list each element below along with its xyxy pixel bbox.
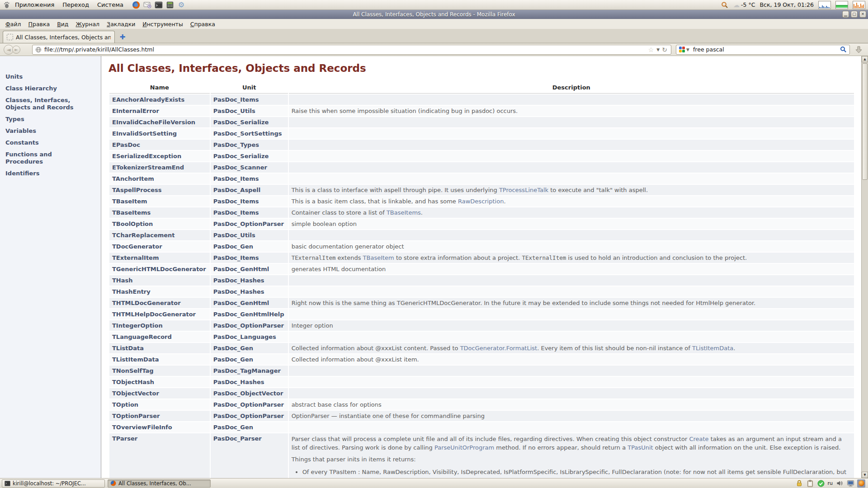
search-bar[interactable]: ▼ free pascal — [676, 45, 850, 55]
sidebar-link[interactable]: Types — [5, 116, 81, 123]
calculator-icon[interactable] — [166, 1, 174, 9]
unit-link[interactable]: PasDoc_Hashes — [211, 377, 288, 387]
sidebar-link[interactable]: Class Hierarchy — [5, 85, 81, 92]
class-link[interactable]: ESerializedException — [109, 151, 210, 161]
unit-link[interactable]: PasDoc_OptionParser — [211, 219, 288, 229]
close-button[interactable]: ✕ — [859, 11, 866, 18]
class-link[interactable]: TCharReplacement — [109, 230, 210, 240]
download-arrow-icon[interactable] — [853, 44, 864, 55]
scroll-down-icon[interactable]: ▼ — [862, 472, 868, 478]
sidebar-link[interactable]: Functions and Procedures — [5, 151, 81, 165]
unit-link[interactable]: PasDoc_TagManager — [211, 366, 288, 376]
class-link[interactable]: TParser — [109, 433, 210, 478]
unit-link[interactable]: PasDoc_Aspell — [211, 185, 288, 195]
description-link[interactable]: RawDescription — [458, 198, 504, 205]
class-link[interactable]: THashEntry — [109, 286, 210, 297]
update-check-icon[interactable] — [817, 479, 825, 488]
display-icon[interactable] — [846, 479, 854, 488]
unit-link[interactable]: PasDoc_Items — [211, 196, 288, 206]
class-link[interactable]: TOptionParser — [109, 411, 210, 421]
clipboard-icon[interactable] — [806, 479, 814, 488]
panel-menu-1[interactable]: Переход — [58, 0, 93, 9]
google-icon[interactable] — [679, 47, 685, 52]
forward-button-icon[interactable]: ► — [12, 46, 20, 54]
class-link[interactable]: TBoolOption — [109, 219, 210, 229]
class-link[interactable]: EInvalidCacheFileVersion — [109, 117, 210, 127]
search-input[interactable]: free pascal — [693, 46, 840, 53]
class-link[interactable]: EInternalError — [109, 106, 210, 116]
network-monitor-graph[interactable] — [853, 1, 865, 9]
minimize-button[interactable]: ▁ — [842, 11, 849, 18]
class-link[interactable]: TObjectVector — [109, 388, 210, 399]
sidebar-link[interactable]: Variables — [5, 127, 81, 135]
unit-link[interactable]: PasDoc_Items — [211, 94, 288, 105]
unit-link[interactable]: PasDoc_Items — [211, 207, 288, 218]
unit-link[interactable]: PasDoc_GenHtml — [211, 298, 288, 308]
menu-2[interactable]: Вид — [53, 21, 72, 28]
description-link[interactable]: TBaseItems — [387, 209, 421, 216]
clock-applet[interactable]: Вск, 19 Окт, 01:26 — [760, 1, 814, 8]
terminal-icon[interactable] — [155, 1, 163, 9]
menu-0[interactable]: Файл — [2, 21, 25, 28]
unit-link[interactable]: PasDoc_OptionParser — [211, 320, 288, 331]
application-tray-icon[interactable] — [857, 479, 865, 488]
gnome-foot-icon[interactable] — [3, 1, 11, 9]
vertical-scrollbar[interactable]: ▲ ▼ — [861, 56, 868, 478]
menu-3[interactable]: Журнал — [72, 21, 103, 28]
unit-link[interactable]: PasDoc_Parser — [211, 433, 288, 478]
scrollbar-thumb[interactable] — [862, 63, 868, 180]
class-link[interactable]: TExternalItem — [109, 253, 210, 263]
class-link[interactable]: TListData — [109, 343, 210, 353]
sidebar-link[interactable]: Constants — [5, 139, 81, 146]
panel-menu-2[interactable]: Система — [93, 0, 127, 9]
class-link[interactable]: TObjectHash — [109, 377, 210, 387]
unit-link[interactable]: PasDoc_OptionParser — [211, 399, 288, 410]
unit-link[interactable]: PasDoc_Gen — [211, 241, 288, 252]
description-link[interactable]: ParseUnitOrProgram — [434, 444, 494, 451]
unit-link[interactable]: PasDoc_Serialize — [211, 117, 288, 127]
taskbar-window-button[interactable]: All Classes, Interfaces, Ob... — [108, 479, 211, 488]
weather-applet[interactable]: ☁ -5 °C — [733, 1, 755, 9]
sidebar-link[interactable]: Identifiers — [5, 170, 81, 177]
unit-link[interactable]: PasDoc_Scanner — [211, 162, 288, 173]
tab-all-classes[interactable]: All Classes, Interfaces, Objects and Re.… — [3, 31, 115, 43]
class-link[interactable]: TIntegerOption — [109, 320, 210, 331]
unit-link[interactable]: PasDoc_Languages — [211, 332, 288, 342]
url-dropdown-icon[interactable]: ▼ — [656, 47, 660, 52]
search-icon[interactable] — [721, 1, 729, 9]
class-link[interactable]: ETokenizerStreamEnd — [109, 162, 210, 173]
unit-link[interactable]: PasDoc_Hashes — [211, 286, 288, 297]
unit-link[interactable]: PasDoc_GenHtml — [211, 264, 288, 274]
unit-link[interactable]: PasDoc_Types — [211, 140, 288, 150]
class-link[interactable]: TAnchorItem — [109, 174, 210, 184]
unit-link[interactable]: PasDoc_Serialize — [211, 151, 288, 161]
description-link[interactable]: TBaseItem — [363, 254, 394, 261]
unit-link[interactable]: PasDoc_ObjectVector — [211, 388, 288, 399]
mail-icon[interactable] — [143, 1, 151, 9]
class-link[interactable]: TGenericHTMLDocGenerator — [109, 264, 210, 274]
taskbar-window-button[interactable]: kirill@localhost: ~/PROJEC... — [2, 479, 105, 488]
description-link[interactable]: TListItemData — [692, 345, 733, 352]
unit-link[interactable]: PasDoc_SortSettings — [211, 128, 288, 139]
scroll-up-icon[interactable]: ▲ — [862, 56, 868, 62]
panel-menu-0[interactable]: Приложения — [11, 0, 58, 9]
unit-link[interactable]: PasDoc_Gen — [211, 343, 288, 353]
class-link[interactable]: EAnchorAlreadyExists — [109, 94, 210, 105]
search-submit-icon[interactable] — [840, 46, 847, 53]
class-link[interactable]: TNonSelfTag — [109, 366, 210, 376]
sidebar-link[interactable]: Units — [5, 73, 81, 80]
unit-link[interactable]: PasDoc_Gen — [211, 354, 288, 365]
description-link[interactable]: TProcessLineTalk — [499, 187, 548, 193]
menu-5[interactable]: Инструменты — [139, 21, 186, 28]
lock-icon[interactable] — [795, 479, 803, 488]
window-titlebar[interactable]: All Classes, Interfaces, Objects and Rec… — [0, 10, 868, 19]
class-link[interactable]: THTMLDocGenerator — [109, 298, 210, 308]
volume-icon[interactable] — [835, 479, 844, 488]
sidebar-link[interactable]: Classes, Interfaces, Objects and Records — [5, 97, 81, 111]
bookmark-star-icon[interactable]: ☆ — [648, 46, 654, 53]
class-link[interactable]: TOverviewFileInfo — [109, 422, 210, 432]
class-link[interactable]: THash — [109, 275, 210, 286]
unit-link[interactable]: PasDoc_Items — [211, 253, 288, 263]
class-link[interactable]: TOption — [109, 399, 210, 410]
gear-icon[interactable]: ⚙ — [177, 1, 185, 9]
